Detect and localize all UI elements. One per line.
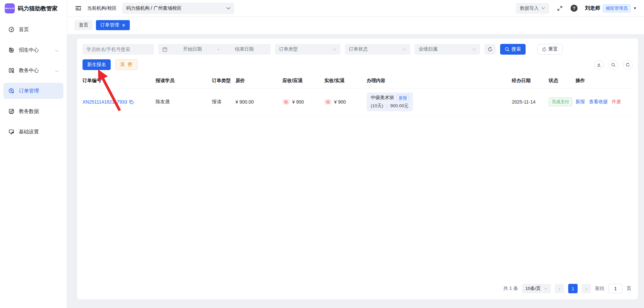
view-receipt-link[interactable]: 查看收据 [589, 99, 608, 105]
tab-order-management[interactable]: 订单管理 ✕ [96, 20, 130, 30]
export-download-button[interactable] [594, 60, 604, 70]
filter-bar: 开始日期 - 结束日期 订单类型 订单状态 业绩归属 [83, 44, 633, 55]
topbar: 当前机构/校区 码力猫机构 / 广州黄埔校区 数据导入 ? 刘老师 校区管理员 … [67, 0, 644, 17]
order-no-link[interactable]: XN251114182117933 [83, 99, 133, 105]
prev-page-button[interactable]: ‹ [555, 284, 564, 293]
sidebar-item-label: 教务数据 [19, 108, 59, 115]
sidebar-item-order-management[interactable]: 订单管理 [3, 83, 63, 99]
search-icon [611, 63, 615, 67]
renew-action-link[interactable]: 新报 [576, 99, 585, 105]
data-import-button[interactable]: 数据导入 [516, 3, 549, 14]
performance-owner-select[interactable]: 业绩归属 [415, 44, 480, 55]
col-header-operations: 操作 [576, 73, 633, 88]
tabbar: 首页 订单管理 ✕ [67, 17, 644, 34]
user-role-badge: 校区管理员 [603, 4, 631, 12]
toolbar: 新生报名 退 费 [83, 59, 633, 70]
data-chart-icon [8, 108, 15, 115]
start-date-placeholder: 开始日期 [170, 46, 215, 52]
reset-button[interactable]: 重置 [537, 44, 562, 55]
courses-icon [8, 67, 15, 74]
tab-label: 订单管理 [100, 22, 119, 28]
col-header-content: 办理内容 [367, 73, 512, 88]
data-import-label: 数据导入 [520, 5, 539, 11]
user-menu[interactable]: 刘老师 校区管理员 ▼ [585, 4, 637, 12]
cell-status: 完成支付 [549, 94, 576, 110]
course-duration: (10天) [371, 103, 383, 109]
new-student-button[interactable]: 新生报名 [83, 59, 111, 70]
performance-owner-placeholder: 业绩归属 [419, 46, 472, 52]
sidebar-item-home[interactable]: 首页 [3, 21, 63, 38]
current-page-button[interactable]: 1 [568, 284, 578, 293]
col-header-receivable: 应收/应退 [282, 73, 324, 88]
orders-table: 订单编号 报读学员 订单类型 原价 应收/应退 实收/实退 办理内容 经办日期 … [83, 73, 633, 281]
org-campus-select[interactable]: 码力猫机构 / 广州黄埔校区 [122, 3, 234, 14]
cell-receivable: 收 ¥ 900 [282, 95, 324, 109]
status-badge: 完成支付 [549, 98, 572, 106]
receivable-tag: 收 [282, 99, 290, 105]
filter-refresh-button[interactable] [484, 44, 496, 55]
next-page-button[interactable]: › [582, 284, 591, 293]
order-type-select[interactable]: 订单类型 [275, 44, 340, 55]
cell-date: 2025-11-14 [512, 95, 549, 109]
date-range-picker[interactable]: 开始日期 - 结束日期 [158, 44, 271, 55]
chevron-down-icon [544, 288, 547, 290]
goto-page-input[interactable] [608, 284, 623, 293]
table-search-button[interactable] [608, 60, 618, 70]
sidebar-item-academic-data[interactable]: 教务数据 [3, 103, 63, 119]
col-header-order-type: 订单类型 [212, 73, 235, 88]
content-divider [387, 104, 387, 108]
void-order-link[interactable]: 作废 [612, 99, 621, 105]
chevron-down-icon [402, 48, 406, 51]
settings-icon [8, 128, 15, 135]
sidebar-item-basic-settings[interactable]: 基础设置 [3, 124, 63, 140]
topbar-right: 数据导入 ? 刘老师 校区管理员 ▼ [516, 3, 637, 14]
table-header-row: 订单编号 报读学员 订单类型 原价 应收/应退 实收/实退 办理内容 经办日期 … [83, 73, 633, 88]
sidebar-item-label: 首页 [19, 26, 59, 33]
copy-icon[interactable] [129, 100, 133, 104]
chevron-down-icon [226, 7, 230, 10]
main-area: 当前机构/校区 码力猫机构 / 广州黄埔校区 数据导入 ? 刘老师 校区管理员 … [67, 0, 644, 308]
refund-button[interactable]: 退 费 [115, 59, 138, 70]
order-status-select[interactable]: 订单状态 [345, 44, 410, 55]
sidebar-menu: 首页 招生中心 教务中心 订单管理 [0, 17, 67, 144]
help-icon[interactable]: ? [571, 5, 578, 12]
cell-operations: 新报 查看收据 作废 [576, 95, 633, 109]
cell-order-type: 报读 [212, 95, 235, 109]
cell-content: 中级美术班 新报 (10天) 900.00元 [367, 88, 512, 115]
content: 开始日期 - 结束日期 订单类型 订单状态 业绩归属 [67, 34, 644, 308]
sidebar-item-academic-center[interactable]: 教务中心 [3, 62, 63, 78]
order-no-text: XN251114182117933 [83, 99, 127, 105]
new-enrollment-badge: 新报 [397, 95, 409, 101]
cell-student: 陈友晟 [156, 95, 212, 109]
col-header-status: 状态 [549, 73, 576, 88]
total-count: 共 1 条 [503, 286, 518, 292]
tab-close-icon[interactable]: ✕ [122, 23, 125, 28]
order-status-placeholder: 订单状态 [349, 46, 402, 52]
app-logo: MALICAT 码力猫助教管家 [0, 0, 67, 17]
order-type-placeholder: 订单类型 [279, 46, 333, 52]
cell-price: ¥ 900.00 [235, 95, 282, 109]
table-refresh-button[interactable] [623, 60, 633, 70]
keyword-search-input[interactable] [83, 44, 154, 55]
chevron-down-icon [55, 47, 59, 53]
fullscreen-icon[interactable] [556, 5, 563, 12]
search-button[interactable]: 搜索 [500, 44, 526, 55]
refresh-icon [626, 63, 630, 67]
sidebar-item-label: 订单管理 [19, 88, 59, 94]
col-header-order-no: 订单编号 [83, 73, 156, 88]
sidebar-collapse-icon[interactable] [74, 5, 82, 12]
sidebar: MALICAT 码力猫助教管家 首页 招生中心 教务中心 [0, 0, 67, 308]
end-date-placeholder: 结束日期 [222, 46, 267, 52]
received-tag: 收 [324, 99, 332, 105]
sidebar-item-enrollment-center[interactable]: 招生中心 [3, 42, 63, 58]
cell-received: 收 ¥ 900 [324, 95, 367, 109]
page-unit-label: 页 [627, 286, 631, 292]
org-campus-value: 码力猫机构 / 广州黄埔校区 [126, 5, 224, 11]
reset-icon [542, 47, 546, 52]
order-list-card: 开始日期 - 结束日期 订单类型 订单状态 业绩归属 [77, 39, 638, 299]
receivable-amount: ¥ 900 [292, 99, 304, 105]
caret-down-icon: ▼ [633, 6, 637, 10]
chevron-down-icon [55, 68, 59, 73]
page-size-select[interactable]: 10条/页 [522, 284, 551, 293]
tab-home[interactable]: 首页 [74, 20, 93, 30]
